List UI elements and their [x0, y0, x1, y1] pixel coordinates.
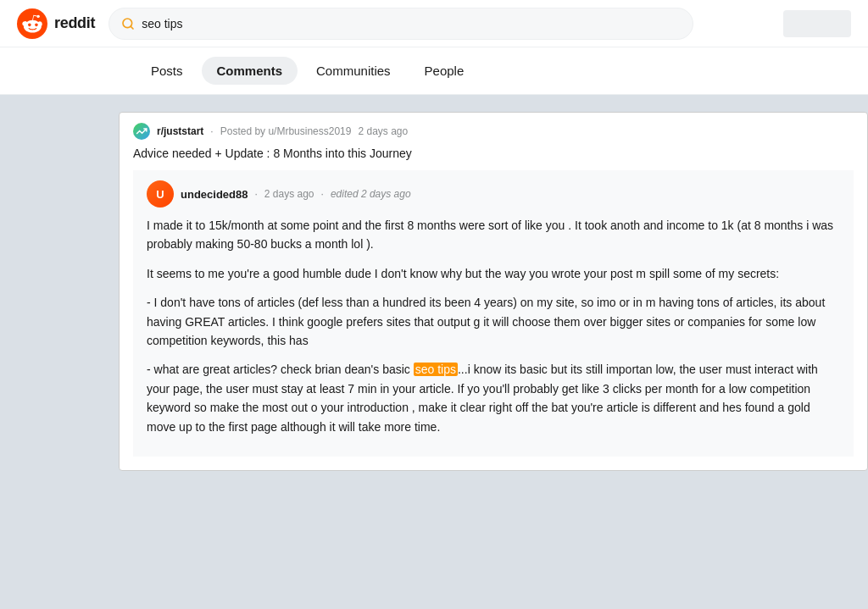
comment-time: ·	[254, 188, 257, 200]
tab-people[interactable]: People	[409, 57, 480, 85]
comment-time-dot: ·	[321, 188, 324, 200]
comment-author[interactable]: undecided88	[181, 188, 248, 201]
highlighted-text: seo tips	[414, 363, 458, 376]
tab-comments[interactable]: Comments	[202, 57, 298, 85]
comment-paragraph-4: - what are great articles? check brian d…	[147, 360, 840, 436]
comment-paragraph-1: I made it to 15k/month at some point and…	[147, 216, 840, 254]
post-time: 2 days ago	[358, 125, 408, 137]
tab-posts[interactable]: Posts	[136, 57, 198, 85]
comment-paragraph-3: - I don't have tons of articles (def les…	[147, 293, 840, 350]
search-bar[interactable]: seo tips	[108, 8, 693, 40]
tab-communities[interactable]: Communities	[301, 57, 406, 85]
subreddit-name[interactable]: r/juststart	[157, 125, 203, 137]
filter-bar: Posts Comments Communities People	[0, 47, 868, 95]
post-card: r/juststart · Posted by u/Mrbusiness2019…	[119, 112, 868, 471]
logo-area: reddit	[17, 8, 95, 39]
comment-time-ago: 2 days ago	[264, 188, 314, 200]
header-right-placeholder	[783, 10, 851, 37]
post-meta: r/juststart · Posted by u/Mrbusiness2019…	[133, 123, 854, 140]
posted-by: Posted by u/Mrbusiness2019	[220, 125, 352, 137]
subreddit-icon	[133, 123, 150, 140]
reddit-wordmark: reddit	[54, 14, 95, 32]
header: reddit seo tips	[0, 0, 868, 47]
comment-text: I made it to 15k/month at some point and…	[147, 216, 840, 436]
post-title[interactable]: Advice needed + Update : 8 Months into t…	[133, 147, 854, 160]
search-icon	[121, 17, 135, 30]
avatar: U	[147, 180, 174, 208]
comment-block: U undecided88 · 2 days ago · edited 2 da…	[133, 170, 854, 457]
comment-edited: edited 2 days ago	[331, 188, 411, 200]
main-content: r/juststart · Posted by u/Mrbusiness2019…	[0, 95, 868, 496]
search-input[interactable]: seo tips	[142, 17, 681, 30]
svg-line-2	[131, 26, 133, 29]
reddit-logo-icon	[17, 8, 47, 39]
comment-header: U undecided88 · 2 days ago · edited 2 da…	[147, 180, 840, 208]
comment-paragraph-2: It seems to me you're a good humble dude…	[147, 264, 840, 283]
